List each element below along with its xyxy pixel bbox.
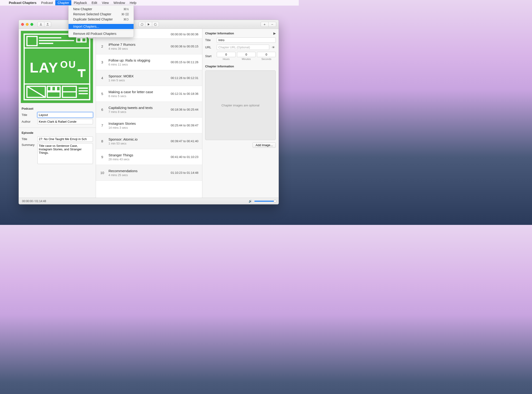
minutes-label: Minutes <box>237 58 256 60</box>
chapter-time-range: 00:41:40 to 01:10:23 <box>171 155 198 159</box>
chapter-time-range: 00:18:36 to 00:25:44 <box>171 108 198 111</box>
chapter-title: Sponsor: MOBX <box>108 74 171 78</box>
playback-time: 00:00:00 / 01:14:48 <box>22 200 46 203</box>
window-titlebar: + − <box>19 20 279 29</box>
left-panel: LAY OU Cha Podcast Title Author <box>19 29 96 198</box>
play-button[interactable] <box>145 22 152 27</box>
chapter-time-range: 00:00:36 to 00:05:15 <box>171 45 198 48</box>
episode-summary-input[interactable]: Title case vs Sentence Case, Instagram S… <box>37 143 93 164</box>
chapter-title: Stranger Things <box>108 153 171 157</box>
chapter-title: Capitalizing tweets and texts <box>108 106 171 110</box>
menu-chapter[interactable]: Chapter <box>55 0 72 5</box>
hours-label: Hours <box>217 58 236 60</box>
skip-back-button[interactable] <box>139 22 145 27</box>
chapter-number: 8 <box>96 139 108 143</box>
chapter-row[interactable]: 10Recommendations4 mins 25 secs01:10:23 … <box>96 165 202 181</box>
export-button[interactable] <box>44 22 51 27</box>
import-button[interactable] <box>37 22 44 27</box>
chapter-duration: 1 min 53 secs <box>108 142 171 145</box>
dropdown-duplicate-selected[interactable]: Duplicate Selected Chapter ⌘D <box>68 17 134 22</box>
add-image-button[interactable]: Add Image... <box>253 142 276 148</box>
preview-url-icon[interactable]: 👁 <box>271 46 276 49</box>
menu-podcast[interactable]: Podcast <box>39 0 55 5</box>
minimize-button[interactable] <box>26 23 29 26</box>
menu-help[interactable]: Help <box>127 0 139 5</box>
podcast-title-input[interactable] <box>37 112 93 118</box>
chapter-duration: 6 mins 11 secs <box>108 63 171 66</box>
chapter-image-dropzone[interactable]: Chapter images are optional <box>205 70 276 140</box>
right-panel: Chapter Information ▶ Title URL 👁 Start … <box>202 29 279 198</box>
chapter-title: Sponsor: Atomic.io <box>108 137 171 141</box>
image-hint-text: Chapter images are optional <box>221 104 259 107</box>
chapter-row[interactable]: 5Making a case for letter case6 mins 5 s… <box>96 86 202 102</box>
menu-view[interactable]: View <box>99 0 111 5</box>
volume-icon[interactable]: 🔊 <box>248 200 252 203</box>
start-seconds-input[interactable] <box>257 52 276 57</box>
window-footer: 00:00:00 / 01:14:48 🔊 <box>19 198 279 204</box>
chapter-number: 5 <box>96 92 108 96</box>
remove-chapter-button[interactable]: − <box>268 22 276 27</box>
chapter-title: iPhone 7 Rumors <box>108 42 171 47</box>
chapter-duration: 28 mins 43 secs <box>108 158 171 161</box>
chapter-image-header: Chapter Information <box>205 65 234 68</box>
menu-playback[interactable]: Playback <box>71 0 89 5</box>
episode-title-label: Title <box>22 137 36 141</box>
zoom-button[interactable] <box>31 23 33 26</box>
dropdown-separator <box>68 23 134 23</box>
chapter-url-input[interactable] <box>217 45 269 50</box>
chapter-title: Recommendations <box>108 169 171 173</box>
podcast-title-label: Title <box>22 113 36 117</box>
svg-text:OU: OU <box>60 59 77 70</box>
podcast-author-input[interactable] <box>37 119 93 124</box>
chapter-start-label: Start <box>205 54 215 58</box>
macos-menu-bar: Podcast Chapters Podcast Chapter Playbac… <box>0 0 299 5</box>
chapter-duration: 6 mins 5 secs <box>108 94 171 98</box>
chapter-time-range: 00:39:47 to 00:41:40 <box>171 139 198 143</box>
chapter-row[interactable]: 4Sponsor: MOBX1 min 5 secs00:11:26 to 00… <box>96 70 202 86</box>
chapter-duration: 7 mins 8 secs <box>108 110 171 114</box>
chapter-number: 10 <box>96 171 108 175</box>
chapter-row[interactable]: 2iPhone 7 Rumors4 mins 39 secs00:00:36 t… <box>96 39 202 54</box>
dropdown-remove-all[interactable]: Remove All Podcast Chapters <box>68 31 134 36</box>
chapter-time-range: 00:11:26 to 00:12:31 <box>171 76 198 80</box>
chapter-row[interactable]: 6Capitalizing tweets and texts7 mins 8 s… <box>96 102 202 118</box>
chapter-row[interactable]: 3Follow up: Rafa is vlogging6 mins 11 se… <box>96 54 202 70</box>
chapter-title-label: Title <box>205 38 215 42</box>
start-minutes-input[interactable] <box>237 52 256 57</box>
chapter-info-header: Chapter Information <box>205 31 234 35</box>
podcast-author-label: Author <box>22 120 36 123</box>
dropdown-new-chapter[interactable]: New Chapter ⌘N <box>68 6 134 12</box>
chapter-time-range: 00:25:44 to 00:39:47 <box>171 124 198 127</box>
seconds-label: Seconds <box>257 58 276 60</box>
chapter-number: 6 <box>96 108 108 112</box>
chapter-number: 4 <box>96 76 108 80</box>
chapter-number: 3 <box>96 60 108 64</box>
chapter-row[interactable]: 8Sponsor: Atomic.io1 min 53 secs00:39:47… <box>96 133 202 149</box>
chapter-title-input[interactable] <box>217 37 276 43</box>
add-chapter-button[interactable]: + <box>261 22 269 27</box>
podcast-section-label: Podcast <box>22 107 93 110</box>
chapter-row[interactable]: 7Instagram Stories14 mins 3 secs00:25:44… <box>96 118 202 133</box>
chapter-row[interactable]: 9Stranger Things28 mins 43 secs00:41:40 … <box>96 149 202 165</box>
chapter-number: 7 <box>96 123 108 127</box>
close-button[interactable] <box>21 23 24 26</box>
menu-edit[interactable]: Edit <box>89 0 99 5</box>
menu-window[interactable]: Window <box>111 0 127 5</box>
expand-icon[interactable]: ▶ <box>274 31 276 35</box>
chapter-time-range: 00:05:15 to 00:11:26 <box>171 60 198 64</box>
chapter-time-range: 00:12:31 to 00:18:36 <box>171 92 198 95</box>
dropdown-import-chapters[interactable]: Import Chapters... <box>68 24 134 29</box>
volume-slider[interactable] <box>254 201 275 202</box>
chapter-duration: 4 mins 39 secs <box>108 47 171 50</box>
episode-title-input[interactable] <box>37 136 93 142</box>
chapter-dropdown: New Chapter ⌘N Remove Selected Chapter ⌘… <box>68 5 134 37</box>
podcast-artwork[interactable]: LAY OU Cha <box>21 31 93 103</box>
dropdown-remove-selected[interactable]: Remove Selected Chapter ⌘⌫ <box>68 12 134 17</box>
svg-text:LAY: LAY <box>30 59 59 76</box>
window-traffic-lights <box>21 23 33 26</box>
menu-app-name[interactable]: Podcast Chapters <box>6 0 39 5</box>
skip-forward-button[interactable] <box>152 22 159 27</box>
chapter-time-range: 01:10:23 to 01:14:48 <box>171 171 198 175</box>
start-hours-input[interactable] <box>217 52 236 57</box>
chapter-title: Instagram Stories <box>108 121 171 125</box>
